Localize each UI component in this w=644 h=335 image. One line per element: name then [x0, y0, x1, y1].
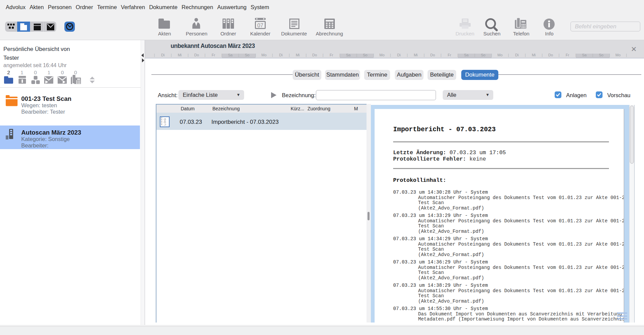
svg-text:LOG: LOG [163, 118, 167, 125]
svg-text:07: 07 [257, 22, 263, 28]
